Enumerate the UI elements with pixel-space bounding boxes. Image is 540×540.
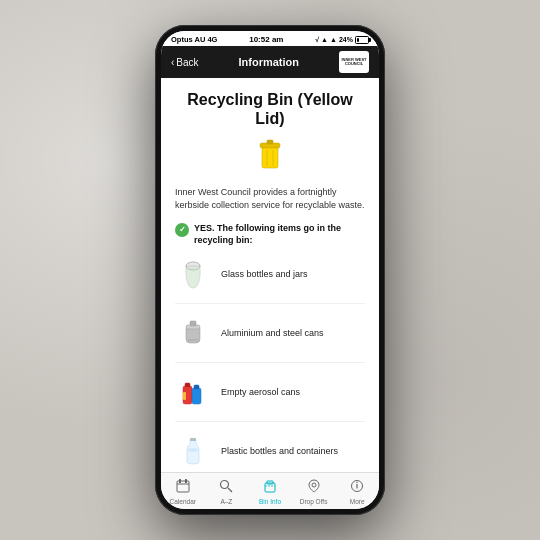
calendar-icon [176,479,190,496]
bin-icon-container [175,136,365,178]
svg-rect-18 [177,481,189,492]
tab-more-label: More [350,498,365,505]
back-label: Back [176,57,198,68]
list-item: Plastic bottles and containers [175,434,365,472]
nav-title: Information [199,56,339,68]
search-icon [219,479,233,496]
battery-fill [357,38,359,42]
tab-az[interactable]: A–Z [205,477,249,507]
svg-rect-21 [185,479,187,483]
status-bar: Optus AU 4G 10:52 am √ ▲ ▲ 24% [161,31,379,46]
svg-rect-15 [183,392,186,400]
tab-calendar-label: Calendar [170,498,196,505]
list-item: Aluminium and steel cans [175,316,365,363]
list-item: Empty aerosol cans [175,375,365,422]
time-text: 10:52 am [249,35,283,44]
svg-point-27 [312,483,316,487]
check-icon [175,223,189,237]
bottle-label: Plastic bottles and containers [221,446,338,458]
bin-info-icon [263,479,277,496]
navigation-bar: ‹ Back Information INNER WESTCOUNCIL [161,46,379,78]
content-area: Recycling Bin (Yellow Lid) Inner West Co… [161,78,379,472]
signal-icon: ▲ [321,36,328,43]
cans-label: Aluminium and steel cans [221,328,324,340]
svg-line-23 [228,488,232,492]
battery-icon [355,36,369,44]
tab-calendar[interactable]: Calendar [161,477,205,507]
aerosol-label: Empty aerosol cans [221,387,300,399]
yes-header: YES. The following items go in the recyc… [175,222,365,247]
drop-offs-icon [307,479,321,496]
tab-az-label: A–Z [220,498,232,505]
list-item: Glass bottles and jars [175,257,365,304]
svg-rect-2 [267,140,273,144]
glass-label: Glass bottles and jars [221,269,308,281]
council-logo-text: INNER WESTCOUNCIL [341,58,366,67]
svg-point-17 [188,448,198,452]
bottle-icon [175,434,211,470]
svg-rect-16 [190,438,196,441]
svg-point-22 [221,481,229,489]
carrier-text: Optus AU 4G [171,35,217,44]
svg-rect-0 [262,146,278,168]
chevron-left-icon: ‹ [171,57,174,68]
tab-bin-info-label: Bin Info [259,498,281,505]
svg-rect-10 [188,339,198,341]
more-icon [350,479,364,496]
bluetooth-icon: √ [315,36,319,43]
battery-area: √ ▲ ▲ 24% [315,36,369,44]
tab-drop-offs-label: Drop Offs [300,498,328,505]
phone-device: Optus AU 4G 10:52 am √ ▲ ▲ 24% ‹ Back In… [155,25,385,515]
yes-text: YES. The following items go in the recyc… [194,222,365,247]
description-text: Inner West Council provides a fortnightl… [175,186,365,211]
tab-more[interactable]: More [335,477,379,507]
wifi-icon: ▲ [330,36,337,43]
svg-rect-12 [185,383,190,387]
yellow-bin-icon [258,136,282,174]
svg-rect-20 [179,479,181,483]
tab-bin-info[interactable]: Bin Info [248,477,292,507]
glass-icon [175,257,211,293]
phone-screen: Optus AU 4G 10:52 am √ ▲ ▲ 24% ‹ Back In… [161,31,379,509]
back-button[interactable]: ‹ Back [171,57,199,68]
svg-rect-14 [194,385,199,389]
council-logo: INNER WESTCOUNCIL [339,51,369,73]
svg-rect-13 [192,388,201,404]
tab-drop-offs[interactable]: Drop Offs [292,477,336,507]
battery-percent: 24% [339,36,353,43]
svg-point-30 [356,482,357,483]
cans-icon [175,316,211,352]
aerosol-icon [175,375,211,411]
page-title: Recycling Bin (Yellow Lid) [175,90,365,128]
svg-rect-9 [190,321,196,326]
tab-bar: Calendar A–Z [161,472,379,509]
